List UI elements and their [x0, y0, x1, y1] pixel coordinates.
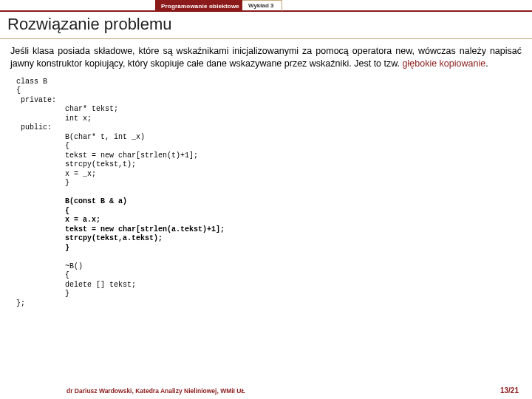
code-copy-constructor: B(const B & a) { x = a.x; tekst = new ch…: [16, 197, 225, 252]
lecture-tag: Wykład 3: [242, 0, 282, 12]
course-title: Programowanie obiektowe: [155, 0, 242, 12]
body-paragraph: Jeśli klasa posiada składowe, które są w…: [0, 39, 532, 75]
code-part3: ~B() { delete [] tekst; } };: [16, 262, 136, 307]
footer-author: dr Dariusz Wardowski, Katedra Analizy Ni…: [66, 387, 245, 395]
paragraph-text-after: .: [485, 58, 488, 69]
code-part1: class B { private: char* tekst; int x; p…: [16, 78, 198, 188]
slide-title: Rozwiązanie problemu: [0, 12, 532, 39]
paragraph-highlight: głębokie kopiowanie: [403, 58, 486, 69]
code-block: class B { private: char* tekst; int x; p…: [0, 75, 532, 312]
slide-header: Programowanie obiektowe Wykład 3: [0, 0, 532, 12]
slide-footer: dr Dariusz Wardowski, Katedra Analizy Ni…: [0, 386, 532, 395]
footer-pagenum: 13/21: [500, 386, 519, 395]
header-spacer-right: [282, 0, 532, 12]
header-spacer-left: [0, 0, 155, 12]
